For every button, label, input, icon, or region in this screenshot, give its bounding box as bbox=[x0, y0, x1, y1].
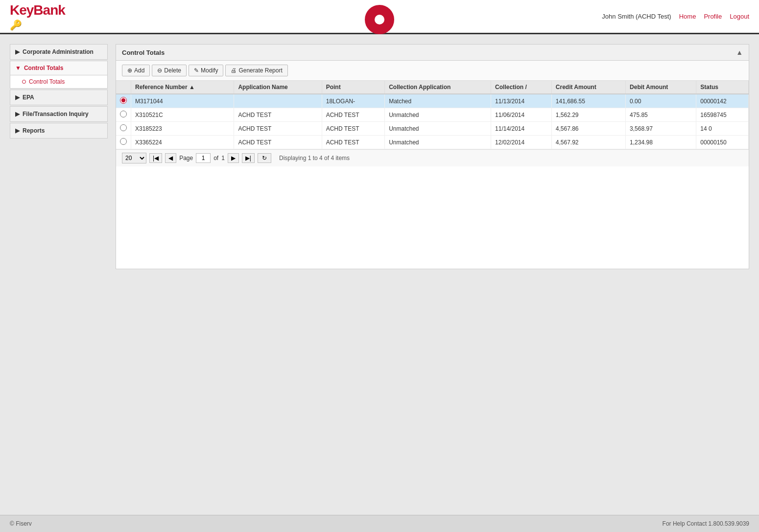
modify-button[interactable]: ✎ Modify bbox=[189, 65, 223, 76]
prev-page-button[interactable]: ◀ bbox=[165, 153, 176, 163]
table-row: X3365224 ACHD TEST ACHD TEST Unmatched 1… bbox=[116, 136, 749, 149]
nav-profile[interactable]: Profile bbox=[704, 13, 722, 20]
add-label: Add bbox=[134, 67, 144, 74]
th-reference-number[interactable]: Reference Number ▲ bbox=[131, 81, 234, 94]
delete-button[interactable]: ⊖ Delete bbox=[152, 65, 187, 76]
sidebar-subitem-control-totals[interactable]: Control Totals bbox=[10, 75, 107, 88]
th-credit-amount[interactable]: Credit Amount bbox=[551, 81, 625, 94]
cell-point-1: ACHD TEST bbox=[322, 108, 384, 122]
chevron-right-icon-file: ▶ bbox=[15, 111, 20, 117]
th-point[interactable]: Point bbox=[322, 81, 384, 94]
next-page-button[interactable]: ▶ bbox=[228, 153, 239, 163]
th-select bbox=[116, 81, 131, 94]
th-collection-application[interactable]: Collection Application bbox=[385, 81, 491, 94]
logo-circle bbox=[365, 5, 394, 34]
th-collection-date[interactable]: Collection / bbox=[491, 81, 552, 94]
th-status[interactable]: Status bbox=[696, 81, 749, 94]
cell-credit-0: 141,686.55 bbox=[551, 94, 625, 108]
radio-cell-1[interactable] bbox=[116, 108, 131, 122]
sidebar-header-epa[interactable]: ▶ EPA bbox=[10, 90, 107, 105]
radio-button-2[interactable] bbox=[120, 124, 127, 131]
page-label: Page bbox=[179, 155, 193, 162]
sidebar-item-file-transaction[interactable]: ▶ File/Transaction Inquiry bbox=[10, 106, 108, 122]
chevron-down-icon: ▼ bbox=[15, 65, 21, 71]
sidebar-header-control-totals[interactable]: ▼ Control Totals bbox=[10, 61, 107, 75]
nav-links: John Smith (ACHD Test) Home Profile Logo… bbox=[602, 13, 749, 20]
modify-label: Modify bbox=[201, 67, 218, 74]
sidebar-header-reports[interactable]: ▶ Reports bbox=[10, 123, 107, 138]
cell-debit-3: 1,234.98 bbox=[626, 136, 696, 149]
sidebar-header-corporate-administration[interactable]: ▶ Corporate Administration bbox=[10, 45, 107, 59]
cell-credit-1: 1,562.29 bbox=[551, 108, 625, 122]
collapse-button[interactable]: ▲ bbox=[736, 48, 743, 56]
page-size-select[interactable]: 20 50 100 bbox=[122, 153, 146, 163]
radio-cell-0[interactable] bbox=[116, 94, 131, 108]
cell-collection-date-2: 11/14/2014 bbox=[491, 122, 552, 136]
sidebar-label-epa: EPA bbox=[23, 94, 34, 101]
help-text: For Help Contact 1.800.539.9039 bbox=[663, 520, 749, 527]
cell-debit-0: 0.00 bbox=[626, 94, 696, 108]
cell-appname-2: ACHD TEST bbox=[234, 122, 322, 136]
footer: © Fiserv For Help Contact 1.800.539.9039 bbox=[0, 515, 759, 532]
cell-point-0: 18LOGAN- bbox=[322, 94, 384, 108]
th-debit-amount[interactable]: Debit Amount bbox=[626, 81, 696, 94]
data-table: Reference Number ▲ Application Name Poin… bbox=[116, 81, 749, 149]
sidebar-item-control-totals: ▼ Control Totals Control Totals bbox=[10, 61, 108, 89]
th-application-name[interactable]: Application Name bbox=[234, 81, 322, 94]
cell-point-3: ACHD TEST bbox=[322, 136, 384, 149]
main-layout: ▶ Corporate Administration ▼ Control Tot… bbox=[0, 34, 759, 279]
cell-debit-1: 475.85 bbox=[626, 108, 696, 122]
sidebar-sub-control-totals: Control Totals bbox=[10, 75, 107, 88]
cell-reference-1: X310521C bbox=[131, 108, 234, 122]
sidebar-label-file-transaction: File/Transaction Inquiry bbox=[23, 111, 89, 117]
cell-collection-date-3: 12/02/2014 bbox=[491, 136, 552, 149]
nav-logout[interactable]: Logout bbox=[730, 13, 749, 20]
table-row: X3185223 ACHD TEST ACHD TEST Unmatched 1… bbox=[116, 122, 749, 136]
cell-reference-0: M3171044 bbox=[131, 94, 234, 108]
generate-report-button[interactable]: 🖨 Generate Report bbox=[225, 65, 287, 76]
cell-status-0: 00000142 bbox=[696, 94, 749, 108]
cell-appname-3: ACHD TEST bbox=[234, 136, 322, 149]
delete-icon: ⊖ bbox=[157, 67, 162, 74]
cell-credit-3: 4,567.92 bbox=[551, 136, 625, 149]
cell-credit-2: 4,567.86 bbox=[551, 122, 625, 136]
page-input[interactable] bbox=[196, 153, 211, 163]
sidebar-label-corporate-administration: Corporate Administration bbox=[23, 48, 94, 55]
delete-label: Delete bbox=[164, 67, 181, 74]
cell-collection-date-0: 11/13/2014 bbox=[491, 94, 552, 108]
sidebar-item-corporate-administration[interactable]: ▶ Corporate Administration bbox=[10, 44, 108, 60]
last-page-button[interactable]: ▶| bbox=[242, 153, 255, 163]
first-page-button[interactable]: |◀ bbox=[149, 153, 162, 163]
display-info: Displaying 1 to 4 of 4 items bbox=[279, 155, 350, 162]
content-title: Control Totals bbox=[122, 49, 165, 56]
add-button[interactable]: ⊕ Add bbox=[122, 65, 150, 76]
nav-home[interactable]: Home bbox=[679, 13, 696, 20]
pagination-bar: 20 50 100 |◀ ◀ Page of 1 ▶ ▶| ↻ Displayi… bbox=[116, 149, 749, 166]
chevron-right-icon-epa: ▶ bbox=[15, 94, 20, 101]
refresh-button[interactable]: ↻ bbox=[258, 153, 271, 163]
cell-collection-app-1: Unmatched bbox=[385, 108, 491, 122]
cell-collection-app-0: Matched bbox=[385, 94, 491, 108]
radio-cell-3[interactable] bbox=[116, 136, 131, 149]
cell-status-1: 16598745 bbox=[696, 108, 749, 122]
sidebar-header-file-transaction[interactable]: ▶ File/Transaction Inquiry bbox=[10, 107, 107, 121]
sidebar-label-reports: Reports bbox=[23, 127, 45, 134]
dot-icon bbox=[22, 80, 26, 84]
logo-sub: 🔑 bbox=[10, 19, 65, 31]
cell-debit-2: 3,568.97 bbox=[626, 122, 696, 136]
of-label: of bbox=[213, 155, 218, 162]
table-row: M3171044 18LOGAN- Matched 11/13/2014 141… bbox=[116, 94, 749, 108]
cell-collection-app-3: Unmatched bbox=[385, 136, 491, 149]
radio-button-1[interactable] bbox=[120, 111, 127, 117]
sidebar-item-reports[interactable]: ▶ Reports bbox=[10, 123, 108, 139]
table-container: Reference Number ▲ Application Name Poin… bbox=[116, 81, 749, 149]
table-row: X310521C ACHD TEST ACHD TEST Unmatched 1… bbox=[116, 108, 749, 122]
radio-button-0[interactable] bbox=[120, 97, 127, 104]
cell-status-2: 14 0 bbox=[696, 122, 749, 136]
radio-cell-2[interactable] bbox=[116, 122, 131, 136]
sidebar-item-epa[interactable]: ▶ EPA bbox=[10, 90, 108, 105]
radio-button-3[interactable] bbox=[120, 138, 127, 145]
header: KeyBank 🔑 John Smith (ACHD Test) Home Pr… bbox=[0, 0, 759, 34]
cell-appname-0 bbox=[234, 94, 322, 108]
cell-point-2: ACHD TEST bbox=[322, 122, 384, 136]
